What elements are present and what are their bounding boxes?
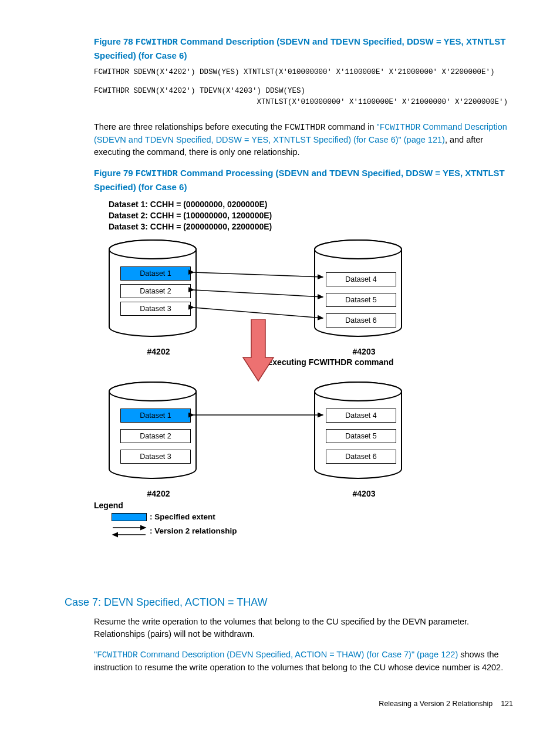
header-l2: Dataset 2: CCHH = (100000000, 1200000E) (109, 210, 272, 221)
legend-title: Legend (94, 499, 123, 511)
case7-p2-wrap: "FCWITHDR Command Description (DEVN Spec… (94, 649, 513, 674)
figure-79-title: Figure 79 FCWITHDR Command Processing (S… (94, 167, 513, 194)
case7-link-cmd: FCWITHDR (97, 650, 138, 660)
header-l3: Dataset 3: CCHH = (200000000, 2200000E) (109, 221, 272, 232)
svg-point-10 (315, 382, 402, 401)
para1-t1: There are three relationships before exe… (94, 122, 285, 131)
para1-cmd: FCWITHDR (285, 123, 326, 132)
top-arrows (188, 266, 329, 325)
bot-label-4202: #4202 (135, 488, 182, 499)
fig78-code1: FCWITHDR SDEVN(X'4202') DDSW(YES) XTNTLS… (94, 67, 513, 78)
fig78-code2: FCWITHDR SDEVN(X'4202') TDEVN(X'4203') D… (94, 86, 513, 108)
legend-spec-text: : Specified extent (150, 511, 215, 523)
fig78-cmd: FCWITHDR (136, 38, 178, 48)
svg-point-3 (315, 240, 402, 259)
case7-link-text: Command Description (DEVN Specified, ACT… (138, 650, 458, 659)
svg-line-5 (194, 290, 323, 297)
bot-ds1-box: Dataset 1 (120, 409, 191, 423)
svg-point-8 (109, 382, 196, 401)
footer-text: Releasing a Version 2 Relationship (379, 700, 492, 708)
bot-ds4-box: Dataset 4 (326, 409, 396, 423)
para1: There are three relationships before exe… (94, 121, 513, 158)
fig79-diagram: Dataset 1: CCHH = (00000000, 0200000E) D… (94, 199, 446, 580)
bot-ds3-box: Dataset 3 (120, 450, 191, 464)
top-ds5-box: Dataset 5 (326, 293, 396, 307)
svg-line-6 (194, 308, 323, 318)
bot-ds2-box: Dataset 2 (120, 429, 191, 443)
top-ds3-box: Dataset 3 (120, 302, 191, 316)
figure-78-title: Figure 78 FCWITHDR Command Description (… (94, 35, 513, 62)
big-arrow-icon (241, 319, 276, 384)
case7-p1: Resume the write operation to the volume… (94, 616, 513, 640)
top-ds4-box: Dataset 4 (326, 272, 396, 286)
top-ds2-box: Dataset 2 (120, 284, 191, 298)
footer-page: 121 (501, 700, 513, 708)
bottom-arrow (188, 410, 329, 422)
fig78-prefix: Figure 78 (94, 36, 136, 46)
diagram-header: Dataset 1: CCHH = (00000000, 0200000E) D… (109, 199, 272, 232)
bot-ds6-box: Dataset 6 (326, 450, 396, 464)
bot-label-4203: #4203 (340, 488, 387, 499)
para1-link-cmd: FCWITHDR (380, 123, 421, 132)
top-label-4202: #4202 (135, 346, 182, 357)
header-l1: Dataset 1: CCHH = (00000000, 0200000E) (109, 199, 272, 210)
svg-line-4 (194, 272, 323, 277)
bot-ds5-box: Dataset 5 (326, 429, 396, 443)
exec-label: Executing FCWITHDR command (267, 356, 393, 368)
case7-heading: Case 7: DEVN Specified, ACTION = THAW (65, 595, 513, 610)
case7-link[interactable]: "FCWITHDR Command Description (DEVN Spec… (94, 650, 458, 659)
legend-v2-arrows (112, 524, 150, 538)
fig79-prefix: Figure 79 (94, 168, 136, 178)
svg-point-1 (109, 240, 196, 259)
top-ds1-box: Dataset 1 (120, 266, 191, 281)
page-footer: Releasing a Version 2 Relationship 121 (65, 698, 513, 709)
fig79-cmd: FCWITHDR (136, 169, 178, 179)
legend-v2-text: : Version 2 relationship (150, 525, 237, 537)
top-ds6-box: Dataset 6 (326, 313, 396, 328)
legend-spec-swatch (112, 513, 147, 521)
para1-t2: command in (325, 122, 376, 131)
